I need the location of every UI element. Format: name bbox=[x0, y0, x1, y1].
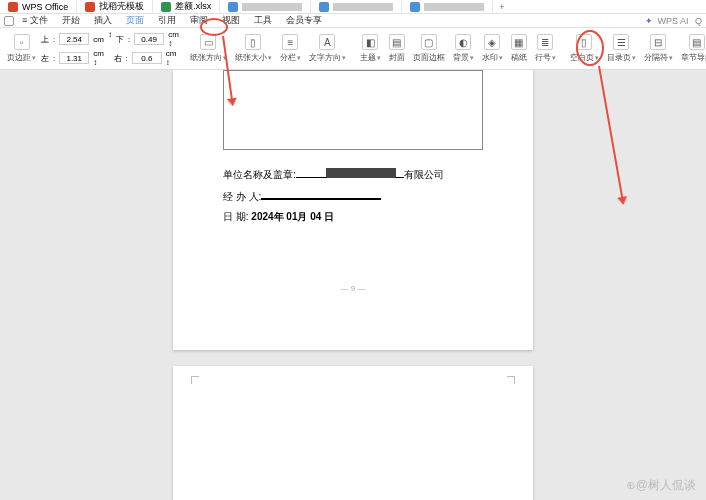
file-icon bbox=[410, 2, 420, 12]
document-canvas[interactable]: 单位名称及盖章: 有限公司 经 办 人: 日 期: 2024年 01月 04 日… bbox=[0, 70, 706, 500]
page-9[interactable]: 单位名称及盖章: 有限公司 经 办 人: 日 期: 2024年 01月 04 日… bbox=[173, 70, 533, 350]
columns-tool[interactable]: ≡分栏 bbox=[277, 34, 304, 63]
separator-icon: ⊟ bbox=[650, 34, 666, 50]
separator-tool[interactable]: ⊟分隔符 bbox=[641, 34, 676, 63]
handler-field: 经 办 人: bbox=[223, 188, 493, 204]
page-number-label: — 9 — bbox=[213, 284, 493, 293]
menu-start[interactable]: 开始 bbox=[56, 14, 86, 27]
ai-icon: ✦ bbox=[645, 16, 653, 26]
doc-icon bbox=[85, 2, 95, 12]
date-field: 日 期: 2024年 01月 04 日 bbox=[223, 210, 493, 224]
background-tool[interactable]: ◐背景 bbox=[450, 34, 477, 63]
menu-page[interactable]: 页面 bbox=[120, 14, 150, 27]
toc-tool[interactable]: ☰目录页 bbox=[604, 34, 639, 63]
ribbon-toolbar: ▫ 页边距 上: cm ↕ 下: cm ↕ 左: cm ↕ 右: cm ↕ ▭纸… bbox=[0, 28, 706, 70]
menu-bar: ≡ 文件 开始 插入 页面 引用 审阅 视图 工具 会员专享 ✦WPS AI Q bbox=[0, 14, 706, 28]
theme-icon: ◧ bbox=[362, 34, 378, 50]
tab-doc-4[interactable] bbox=[220, 0, 311, 14]
margin-inputs: 上: cm ↕ 下: cm ↕ 左: cm ↕ 右: cm ↕ bbox=[41, 30, 179, 67]
paper-size-tool[interactable]: ▯纸张大小 bbox=[232, 34, 275, 63]
cover-icon: ▤ bbox=[389, 34, 405, 50]
chapter-nav-tool[interactable]: ▤章节导航 bbox=[678, 34, 706, 63]
cover-tool[interactable]: ▤封面 bbox=[386, 34, 408, 63]
content-box bbox=[223, 70, 483, 150]
menu-file[interactable]: ≡ 文件 bbox=[16, 14, 54, 27]
new-tab-button[interactable]: + bbox=[493, 2, 510, 12]
text-direction-tool[interactable]: A文字方向 bbox=[306, 34, 349, 63]
chapter-icon: ▤ bbox=[689, 34, 705, 50]
tab-xlsx[interactable]: 差额.xlsx bbox=[153, 0, 220, 14]
menu-reference[interactable]: 引用 bbox=[152, 14, 182, 27]
toc-icon: ☰ bbox=[613, 34, 629, 50]
margin-top-input[interactable] bbox=[59, 33, 89, 45]
crop-mark-icon bbox=[507, 376, 515, 384]
menu-review[interactable]: 审阅 bbox=[184, 14, 214, 27]
margin-bottom-input[interactable] bbox=[134, 33, 164, 45]
tab-doc-6[interactable] bbox=[402, 0, 493, 14]
app-menu-icon[interactable] bbox=[4, 16, 14, 26]
tab-template[interactable]: 找稻壳模板 bbox=[77, 0, 153, 14]
wps-icon bbox=[8, 2, 18, 12]
theme-tool[interactable]: ◧主题 bbox=[357, 34, 384, 63]
blank-page-icon: ▯ bbox=[576, 34, 592, 50]
page-10[interactable] bbox=[173, 366, 533, 500]
file-icon bbox=[228, 2, 238, 12]
crop-mark-icon bbox=[191, 376, 199, 384]
company-field: 单位名称及盖章: 有限公司 bbox=[223, 166, 493, 182]
menu-view[interactable]: 视图 bbox=[216, 14, 246, 27]
line-number-tool[interactable]: ≣行号 bbox=[532, 34, 559, 63]
paper-orientation-tool[interactable]: ▭纸张方向 bbox=[187, 34, 230, 63]
border-icon: ▢ bbox=[421, 34, 437, 50]
watermark-icon: ◈ bbox=[484, 34, 500, 50]
text-dir-icon: A bbox=[319, 34, 335, 50]
watermark-tool[interactable]: ◈水印 bbox=[479, 34, 506, 63]
line-num-icon: ≣ bbox=[537, 34, 553, 50]
columns-icon: ≡ bbox=[282, 34, 298, 50]
menu-member[interactable]: 会员专享 bbox=[280, 14, 328, 27]
menu-insert[interactable]: 插入 bbox=[88, 14, 118, 27]
manuscript-tool[interactable]: ▦稿纸 bbox=[508, 34, 530, 63]
margin-icon: ▫ bbox=[14, 34, 30, 50]
border-tool[interactable]: ▢页面边框 bbox=[410, 34, 448, 63]
file-icon bbox=[319, 2, 329, 12]
wps-ai[interactable]: ✦WPS AI Q bbox=[645, 16, 702, 26]
orientation-icon: ▭ bbox=[200, 34, 216, 50]
paper-size-icon: ▯ bbox=[245, 34, 261, 50]
background-icon: ◐ bbox=[455, 34, 471, 50]
blank-page-tool[interactable]: ▯空白页 bbox=[567, 34, 602, 63]
tab-wps[interactable]: WPS Office bbox=[0, 0, 77, 14]
xls-icon bbox=[161, 2, 171, 12]
margin-left-input[interactable] bbox=[59, 52, 89, 64]
watermark-label: ⊕@树人侃谈 bbox=[626, 477, 696, 494]
title-bar: WPS Office 找稻壳模板 差额.xlsx + bbox=[0, 0, 706, 14]
margin-right-input[interactable] bbox=[132, 52, 162, 64]
menu-tools[interactable]: 工具 bbox=[248, 14, 278, 27]
page-margin-tool[interactable]: ▫ 页边距 bbox=[4, 34, 39, 63]
manuscript-icon: ▦ bbox=[511, 34, 527, 50]
tab-doc-5[interactable] bbox=[311, 0, 402, 14]
